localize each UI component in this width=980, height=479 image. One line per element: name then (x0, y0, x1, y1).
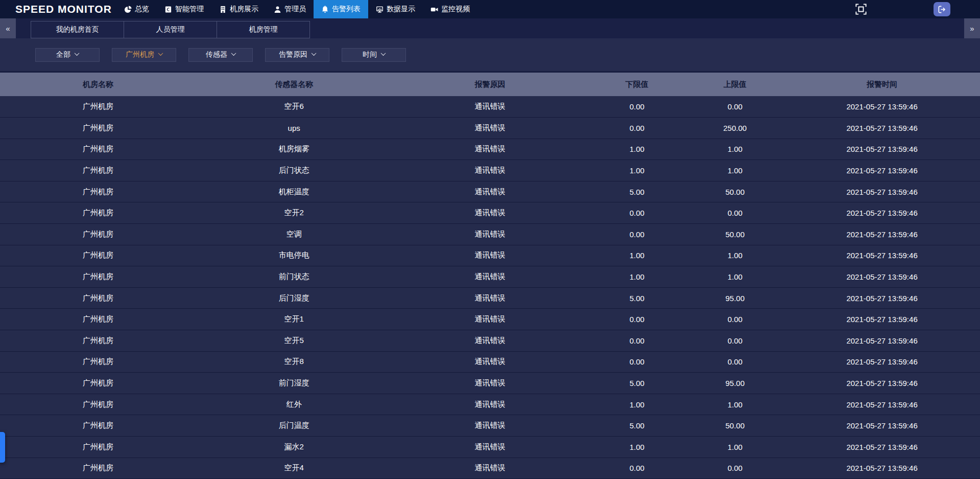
table-row[interactable]: 广州机房 空调 通讯错误 0.00 50.00 2021-05-27 13:59… (0, 224, 980, 245)
cell-sensor-name: 后门湿度 (196, 287, 392, 309)
table-row[interactable]: 广州机房 漏水2 通讯错误 1.00 1.00 2021-05-27 13:59… (0, 437, 980, 458)
cell-alarm-time: 2021-05-27 13:59:46 (784, 458, 980, 479)
table-row[interactable]: 广州机房 红外 通讯错误 1.00 1.00 2021-05-27 13:59:… (0, 394, 980, 415)
table-row[interactable]: 广州机房 后门状态 通讯错误 1.00 1.00 2021-05-27 13:5… (0, 160, 980, 181)
cell-room-name: 广州机房 (0, 160, 196, 181)
nav-item-room-display[interactable]: 机房展示 (211, 0, 266, 18)
cell-room-name: 广州机房 (0, 139, 196, 160)
table-row[interactable]: 广州机房 前门湿度 通讯错误 5.00 95.00 2021-05-27 13:… (0, 373, 980, 394)
cell-alarm-reason: 通讯错误 (392, 139, 588, 160)
tab-personnel-management[interactable]: 人员管理 (124, 21, 217, 38)
chevron-down-icon (312, 51, 317, 56)
cell-room-name: 广州机房 (0, 351, 196, 373)
nav-item-alarm-list[interactable]: 告警列表 (314, 0, 368, 18)
pie-chart-icon (124, 6, 132, 13)
tabs-scroll-left-icon[interactable]: « (0, 18, 16, 38)
cell-upper-limit: 95.00 (686, 373, 784, 394)
cell-lower-limit: 1.00 (588, 394, 686, 415)
cell-alarm-time: 2021-05-27 13:59:46 (784, 394, 980, 415)
nav-item-administrator[interactable]: 管理员 (266, 0, 314, 18)
cell-alarm-time: 2021-05-27 13:59:46 (784, 245, 980, 266)
table-row[interactable]: 广州机房 后门温度 通讯错误 5.00 50.00 2021-05-27 13:… (0, 415, 980, 437)
tab-room-management[interactable]: 机房管理 (217, 21, 310, 38)
table-row[interactable]: 广州机房 ups 通讯错误 0.00 250.00 2021-05-27 13:… (0, 118, 980, 139)
cell-room-name: 广州机房 (0, 118, 196, 139)
table-row[interactable]: 广州机房 空开4 通讯错误 0.00 0.00 2021-05-27 13:59… (0, 458, 980, 479)
cell-room-name: 广州机房 (0, 373, 196, 394)
table-row[interactable]: 广州机房 空开6 通讯错误 0.00 0.00 2021-05-27 13:59… (0, 96, 980, 118)
cell-alarm-reason: 通讯错误 (392, 330, 588, 352)
cell-room-name: 广州机房 (0, 202, 196, 224)
cell-lower-limit: 0.00 (588, 118, 686, 139)
cell-alarm-reason: 通讯错误 (392, 160, 588, 181)
filter-all-dropdown[interactable]: 全部 (35, 48, 100, 62)
filter-time-dropdown[interactable]: 时间 (342, 48, 406, 62)
bell-icon (321, 6, 329, 13)
cell-lower-limit: 0.00 (588, 458, 686, 479)
table-row[interactable]: 广州机房 空开1 通讯错误 0.00 0.00 2021-05-27 13:59… (0, 309, 980, 330)
chevron-down-icon (381, 51, 386, 56)
cell-alarm-time: 2021-05-27 13:59:46 (784, 118, 980, 139)
cell-alarm-reason: 通讯错误 (392, 202, 588, 224)
cell-lower-limit: 1.00 (588, 437, 686, 458)
cell-lower-limit: 5.00 (588, 181, 686, 202)
cell-sensor-name: 前门湿度 (196, 373, 392, 394)
logout-button[interactable] (934, 2, 950, 16)
tab-room-home[interactable]: 我的机房首页 (31, 21, 124, 38)
cell-upper-limit: 50.00 (686, 181, 784, 202)
filter-alarm-reason-dropdown[interactable]: 告警原因 (265, 48, 329, 62)
logout-icon (938, 5, 946, 14)
alarm-table: 机房名称 传感器名称 报警原因 下限值 上限值 报警时间 广州机房 空开6 通讯… (0, 73, 980, 479)
main-nav: 总览 智能管理 机房展示 管理员 告警列表 数据显示 监控视频 (116, 0, 477, 18)
cell-upper-limit: 0.00 (686, 351, 784, 373)
table-row[interactable]: 广州机房 机房烟雾 通讯错误 1.00 1.00 2021-05-27 13:5… (0, 139, 980, 160)
tabs-scroll-right-icon[interactable]: » (964, 18, 980, 38)
cell-sensor-name: 空开6 (196, 96, 392, 118)
filter-sensor-dropdown[interactable]: 传感器 (188, 48, 253, 62)
fullscreen-icon[interactable] (855, 4, 867, 15)
cell-room-name: 广州机房 (0, 96, 196, 118)
chevron-down-icon (158, 51, 163, 56)
nav-item-overview[interactable]: 总览 (116, 0, 157, 18)
cell-alarm-time: 2021-05-27 13:59:46 (784, 224, 980, 245)
cell-lower-limit: 1.00 (588, 245, 686, 266)
nav-item-monitor-video[interactable]: 监控视频 (423, 0, 477, 18)
cell-sensor-name: 机房烟雾 (196, 139, 392, 160)
nav-item-data-display[interactable]: 数据显示 (368, 0, 423, 18)
column-header-sensor-name: 传感器名称 (196, 73, 392, 96)
cell-room-name: 广州机房 (0, 266, 196, 288)
filter-room-dropdown[interactable]: 广州机房 (112, 48, 176, 62)
side-panel-handle[interactable] (0, 432, 5, 463)
cell-sensor-name: 空开1 (196, 309, 392, 330)
nav-item-smart-management[interactable]: 智能管理 (157, 0, 211, 18)
cell-alarm-time: 2021-05-27 13:59:46 (784, 437, 980, 458)
table-row[interactable]: 广州机房 机柜温度 通讯错误 5.00 50.00 2021-05-27 13:… (0, 181, 980, 202)
cell-sensor-name: ups (196, 118, 392, 139)
cell-sensor-name: 后门状态 (196, 160, 392, 181)
table-row[interactable]: 广州机房 空开5 通讯错误 0.00 0.00 2021-05-27 13:59… (0, 330, 980, 352)
table-row[interactable]: 广州机房 空开2 通讯错误 0.00 0.00 2021-05-27 13:59… (0, 202, 980, 224)
column-header-alarm-reason: 报警原因 (392, 73, 588, 96)
cell-alarm-time: 2021-05-27 13:59:46 (784, 181, 980, 202)
cell-alarm-reason: 通讯错误 (392, 415, 588, 437)
cell-sensor-name: 红外 (196, 394, 392, 415)
table-row[interactable]: 广州机房 后门湿度 通讯错误 5.00 95.00 2021-05-27 13:… (0, 287, 980, 309)
cell-room-name: 广州机房 (0, 181, 196, 202)
cell-alarm-reason: 通讯错误 (392, 394, 588, 415)
cell-alarm-reason: 通讯错误 (392, 309, 588, 330)
cell-room-name: 广州机房 (0, 309, 196, 330)
table-row[interactable]: 广州机房 市电停电 通讯错误 1.00 1.00 2021-05-27 13:5… (0, 245, 980, 266)
table-row[interactable]: 广州机房 空开8 通讯错误 0.00 0.00 2021-05-27 13:59… (0, 351, 980, 373)
cell-sensor-name: 空开5 (196, 330, 392, 352)
table-row[interactable]: 广州机房 前门状态 通讯错误 1.00 1.00 2021-05-27 13:5… (0, 266, 980, 288)
cell-room-name: 广州机房 (0, 245, 196, 266)
filter-bar: 全部 广州机房 传感器 告警原因 时间 (0, 38, 980, 71)
table-body: 广州机房 空开6 通讯错误 0.00 0.00 2021-05-27 13:59… (0, 96, 980, 479)
open-page-tabs: 我的机房首页 人员管理 机房管理 (31, 21, 309, 38)
tab-bar: « 我的机房首页 人员管理 机房管理 » (0, 18, 980, 38)
cell-alarm-time: 2021-05-27 13:59:46 (784, 266, 980, 288)
cell-sensor-name: 空开4 (196, 458, 392, 479)
cell-upper-limit: 1.00 (686, 437, 784, 458)
cell-upper-limit: 1.00 (686, 394, 784, 415)
chevron-down-icon (75, 51, 80, 56)
